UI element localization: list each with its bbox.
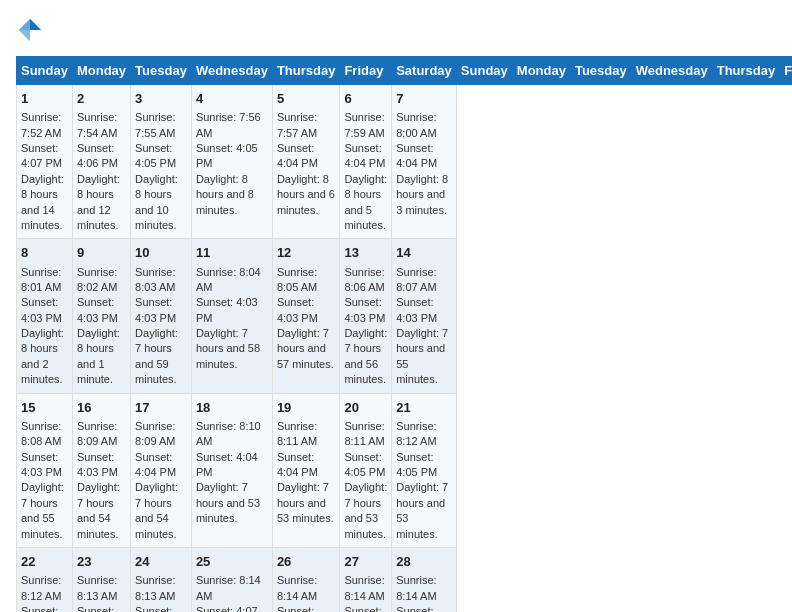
day-number: 28 [396,553,452,571]
sunset-text: Sunset: 4:06 PM [77,604,126,612]
calendar-cell: 7Sunrise: 8:00 AMSunset: 4:04 PMDaylight… [392,85,457,239]
calendar-cell: 6Sunrise: 7:59 AMSunset: 4:04 PMDaylight… [340,85,392,239]
day-number: 20 [344,399,387,417]
calendar-table: SundayMondayTuesdayWednesdayThursdayFrid… [16,56,792,612]
sunrise-text: Sunrise: 7:52 AM [21,110,68,141]
sunset-text: Sunset: 4:03 PM [344,295,387,326]
sunset-text: Sunset: 4:03 PM [21,450,68,481]
calendar-cell: 1Sunrise: 7:52 AMSunset: 4:07 PMDaylight… [17,85,73,239]
sunrise-text: Sunrise: 7:59 AM [344,110,387,141]
sunrise-text: Sunrise: 8:09 AM [135,419,187,450]
sunrise-text: Sunrise: 8:12 AM [21,573,68,604]
svg-marker-0 [30,19,41,30]
day-header-sunday: Sunday [17,57,73,85]
calendar-cell: 22Sunrise: 8:12 AMSunset: 4:05 PMDayligh… [17,547,73,612]
sunrise-text: Sunrise: 8:14 AM [196,573,268,604]
daylight-text: Daylight: 8 hours and 5 minutes. [344,172,387,234]
day-number: 10 [135,244,187,262]
sunrise-text: Sunrise: 8:09 AM [77,419,126,450]
svg-marker-1 [19,19,30,30]
daylight-text: Daylight: 7 hours and 59 minutes. [135,326,187,388]
daylight-text: Daylight: 8 hours and 1 minute. [77,326,126,388]
day-header-monday: Monday [512,57,570,85]
day-number: 23 [77,553,126,571]
calendar-header-row: SundayMondayTuesdayWednesdayThursdayFrid… [17,57,793,85]
calendar-cell: 8Sunrise: 8:01 AMSunset: 4:03 PMDaylight… [17,239,73,393]
sunset-text: Sunset: 4:05 PM [396,450,452,481]
calendar-week-row: 8Sunrise: 8:01 AMSunset: 4:03 PMDaylight… [17,239,793,393]
day-header-thursday: Thursday [272,57,340,85]
sunrise-text: Sunrise: 7:56 AM [196,110,268,141]
daylight-text: Daylight: 8 hours and 14 minutes. [21,172,68,234]
day-number: 1 [21,90,68,108]
sunrise-text: Sunrise: 8:05 AM [277,265,336,296]
day-number: 11 [196,244,268,262]
calendar-cell: 5Sunrise: 7:57 AMSunset: 4:04 PMDaylight… [272,85,340,239]
daylight-text: Daylight: 7 hours and 53 minutes. [396,480,452,542]
sunset-text: Sunset: 4:04 PM [396,141,452,172]
sunset-text: Sunset: 4:03 PM [196,295,268,326]
sunset-text: Sunset: 4:07 PM [196,604,268,612]
daylight-text: Daylight: 8 hours and 2 minutes. [21,326,68,388]
sunset-text: Sunset: 4:04 PM [277,450,336,481]
day-number: 15 [21,399,68,417]
calendar-cell: 28Sunrise: 8:14 AMSunset: 4:10 PMDayligh… [392,547,457,612]
day-number: 12 [277,244,336,262]
calendar-cell: 9Sunrise: 8:02 AMSunset: 4:03 PMDaylight… [72,239,130,393]
svg-marker-2 [19,30,30,41]
sunset-text: Sunset: 4:10 PM [396,604,452,612]
calendar-cell: 2Sunrise: 7:54 AMSunset: 4:06 PMDaylight… [72,85,130,239]
day-header-thursday: Thursday [712,57,780,85]
calendar-cell: 21Sunrise: 8:12 AMSunset: 4:05 PMDayligh… [392,393,457,547]
sunrise-text: Sunrise: 8:03 AM [135,265,187,296]
sunset-text: Sunset: 4:03 PM [277,295,336,326]
day-header-friday: Friday [780,57,792,85]
calendar-cell: 3Sunrise: 7:55 AMSunset: 4:05 PMDaylight… [131,85,192,239]
calendar-cell: 16Sunrise: 8:09 AMSunset: 4:03 PMDayligh… [72,393,130,547]
sunrise-text: Sunrise: 8:14 AM [344,573,387,604]
calendar-cell: 15Sunrise: 8:08 AMSunset: 4:03 PMDayligh… [17,393,73,547]
sunset-text: Sunset: 4:05 PM [196,141,268,172]
calendar-cell: 24Sunrise: 8:13 AMSunset: 4:07 PMDayligh… [131,547,192,612]
sunset-text: Sunset: 4:03 PM [21,295,68,326]
calendar-cell: 27Sunrise: 8:14 AMSunset: 4:09 PMDayligh… [340,547,392,612]
sunrise-text: Sunrise: 8:08 AM [21,419,68,450]
calendar-cell: 17Sunrise: 8:09 AMSunset: 4:04 PMDayligh… [131,393,192,547]
day-number: 9 [77,244,126,262]
day-header-saturday: Saturday [392,57,457,85]
sunrise-text: Sunrise: 8:14 AM [277,573,336,604]
day-header-tuesday: Tuesday [131,57,192,85]
daylight-text: Daylight: 7 hours and 55 minutes. [396,326,452,388]
day-number: 19 [277,399,336,417]
calendar-cell: 14Sunrise: 8:07 AMSunset: 4:03 PMDayligh… [392,239,457,393]
sunset-text: Sunset: 4:05 PM [21,604,68,612]
calendar-cell: 18Sunrise: 8:10 AMSunset: 4:04 PMDayligh… [191,393,272,547]
day-number: 5 [277,90,336,108]
sunrise-text: Sunrise: 8:13 AM [135,573,187,604]
day-number: 21 [396,399,452,417]
daylight-text: Daylight: 7 hours and 53 minutes. [277,480,336,526]
sunrise-text: Sunrise: 8:07 AM [396,265,452,296]
day-number: 3 [135,90,187,108]
day-number: 14 [396,244,452,262]
daylight-text: Daylight: 7 hours and 56 minutes. [344,326,387,388]
sunset-text: Sunset: 4:03 PM [77,450,126,481]
calendar-week-row: 22Sunrise: 8:12 AMSunset: 4:05 PMDayligh… [17,547,793,612]
daylight-text: Daylight: 8 hours and 12 minutes. [77,172,126,234]
day-number: 4 [196,90,268,108]
sunset-text: Sunset: 4:04 PM [344,141,387,172]
sunset-text: Sunset: 4:03 PM [135,295,187,326]
page-header [16,16,776,44]
sunset-text: Sunset: 4:03 PM [77,295,126,326]
calendar-cell: 26Sunrise: 8:14 AMSunset: 4:08 PMDayligh… [272,547,340,612]
sunrise-text: Sunrise: 8:10 AM [196,419,268,450]
calendar-week-row: 1Sunrise: 7:52 AMSunset: 4:07 PMDaylight… [17,85,793,239]
daylight-text: Daylight: 7 hours and 53 minutes. [344,480,387,542]
sunset-text: Sunset: 4:09 PM [344,604,387,612]
sunrise-text: Sunrise: 7:54 AM [77,110,126,141]
calendar-cell: 20Sunrise: 8:11 AMSunset: 4:05 PMDayligh… [340,393,392,547]
day-header-sunday: Sunday [456,57,512,85]
daylight-text: Daylight: 7 hours and 54 minutes. [77,480,126,542]
sunset-text: Sunset: 4:06 PM [77,141,126,172]
calendar-week-row: 15Sunrise: 8:08 AMSunset: 4:03 PMDayligh… [17,393,793,547]
